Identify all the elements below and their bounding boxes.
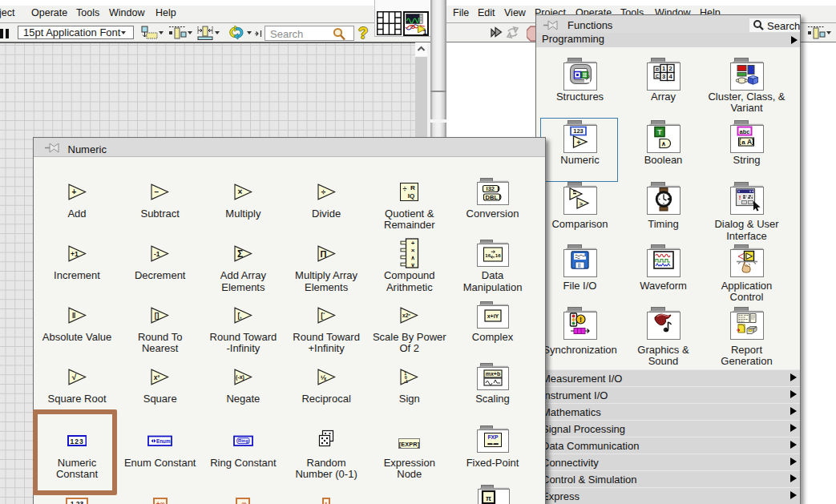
svg-text:16: 16 <box>495 252 500 258</box>
svg-text:∧: ∧ <box>661 140 666 147</box>
svg-text:A: A <box>746 138 751 146</box>
svg-text:mx+b: mx+b <box>485 371 499 377</box>
svg-text:Enum: Enum <box>156 438 171 444</box>
svg-text:‖: ‖ <box>71 311 75 320</box>
svg-text:[´: [´ <box>321 311 325 319</box>
svg-text:R: R <box>655 67 659 72</box>
svg-text:x+iY: x+iY <box>487 313 499 319</box>
svg-text:Ring: Ring <box>238 438 248 443</box>
svg-text:+∞: +∞ <box>156 500 165 504</box>
svg-text:abc: abc <box>739 127 749 135</box>
svg-text:!: ! <box>738 194 741 201</box>
svg-text:×: × <box>411 247 415 254</box>
svg-text:DBL: DBL <box>485 194 498 201</box>
svg-text:(-x): (-x) <box>236 374 244 381</box>
svg-text:a: a <box>741 139 745 146</box>
svg-text:π: π <box>486 494 491 502</box>
svg-text:[,: [, <box>237 311 241 319</box>
svg-text:▬.▬: ▬.▬ <box>487 441 499 446</box>
svg-text:+: + <box>411 240 415 247</box>
svg-text:÷: ÷ <box>403 185 407 193</box>
svg-text:1.23: 1.23 <box>71 500 84 504</box>
svg-text:√: √ <box>71 373 76 381</box>
svg-text:T: T <box>657 128 662 136</box>
svg-text:Σ: Σ <box>237 248 243 260</box>
svg-text:IQ: IQ <box>408 192 414 200</box>
svg-text:1: 1 <box>662 65 665 72</box>
svg-text:-1: -1 <box>405 378 409 383</box>
svg-text:R: R <box>410 184 415 192</box>
svg-text:2: 2 <box>668 65 672 72</box>
svg-text:x2ⁿ: x2ⁿ <box>402 312 410 318</box>
svg-text:-∞: -∞ <box>240 500 247 504</box>
svg-text:¹⁄ₓ: ¹⁄ₓ <box>320 373 326 381</box>
svg-text:×: × <box>237 187 242 196</box>
svg-text:1: 1 <box>423 27 428 36</box>
svg-text:+: + <box>71 187 76 196</box>
svg-text:Π: Π <box>320 248 326 258</box>
svg-text:16: 16 <box>485 252 491 258</box>
svg-text:C: C <box>655 74 659 79</box>
svg-text:-1: -1 <box>154 249 160 257</box>
svg-text:−: − <box>155 187 160 196</box>
svg-text:[]: [] <box>155 311 160 319</box>
svg-text:FXP: FXP <box>487 433 499 439</box>
svg-text:[EXPR]: [EXPR] <box>399 441 420 448</box>
svg-text:∧: ∧ <box>410 255 414 260</box>
svg-text:I32: I32 <box>486 185 494 192</box>
svg-text:>: > <box>579 200 583 208</box>
svg-text:!: ! <box>580 317 582 325</box>
svg-text:x²: x² <box>154 373 160 381</box>
svg-text:∨: ∨ <box>410 262 414 268</box>
svg-text:3: 3 <box>662 73 665 80</box>
svg-text:÷: ÷ <box>321 187 325 196</box>
svg-text:+1: +1 <box>70 249 78 257</box>
